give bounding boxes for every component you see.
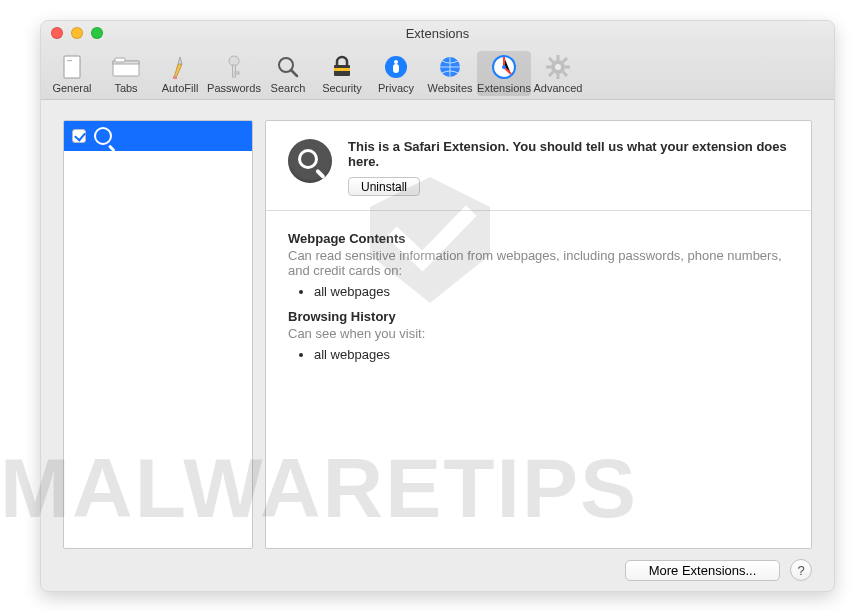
tab-websites[interactable]: Websites — [423, 51, 477, 96]
more-extensions-button[interactable]: More Extensions... — [625, 560, 780, 581]
extension-detail-panel: This is a Safari Extension. You should t… — [265, 120, 812, 549]
content-area: This is a Safari Extension. You should t… — [41, 100, 834, 591]
perm-desc-history: Can see when you visit: — [288, 326, 789, 341]
svg-rect-4 — [115, 58, 125, 62]
extension-enabled-checkbox[interactable] — [72, 129, 86, 143]
tab-label: Advanced — [531, 82, 585, 94]
tab-general[interactable]: General — [45, 51, 99, 96]
perm-item: all webpages — [314, 347, 789, 362]
svg-rect-5 — [173, 76, 177, 79]
svg-line-28 — [563, 58, 567, 62]
extension-list-item[interactable] — [64, 121, 252, 151]
tab-label: General — [45, 82, 99, 94]
perm-item: all webpages — [314, 284, 789, 299]
tab-extensions[interactable]: Extensions — [477, 51, 531, 96]
traffic-close-button[interactable] — [51, 27, 63, 39]
autofill-icon — [153, 53, 207, 81]
svg-rect-7 — [233, 65, 236, 77]
svg-rect-14 — [393, 64, 399, 73]
tab-advanced[interactable]: Advanced — [531, 51, 585, 96]
tab-security[interactable]: Security — [315, 51, 369, 96]
extension-icon — [94, 127, 112, 145]
tab-tabs[interactable]: Tabs — [99, 51, 153, 96]
svg-line-10 — [291, 70, 297, 76]
preferences-toolbar: General Tabs AutoFill Passwords — [41, 45, 834, 100]
tab-label: Tabs — [99, 82, 153, 94]
perm-heading-webpage: Webpage Contents — [288, 231, 789, 246]
svg-point-29 — [555, 64, 561, 70]
tab-label: Security — [315, 82, 369, 94]
perm-desc-webpage: Can read sensitive information from webp… — [288, 248, 789, 278]
tab-label: Passwords — [207, 82, 261, 94]
tab-search[interactable]: Search — [261, 51, 315, 96]
tab-autofill[interactable]: AutoFill — [153, 51, 207, 96]
svg-rect-1 — [67, 60, 72, 61]
svg-rect-12 — [334, 68, 350, 71]
privacy-icon — [369, 53, 423, 81]
window-title: Extensions — [41, 26, 834, 41]
svg-point-15 — [394, 60, 398, 64]
uninstall-button[interactable]: Uninstall — [348, 177, 420, 196]
traffic-zoom-button[interactable] — [91, 27, 103, 39]
search-icon — [261, 53, 315, 81]
svg-line-26 — [563, 72, 567, 76]
tab-label: Websites — [423, 82, 477, 94]
websites-icon — [423, 53, 477, 81]
extensions-sidebar — [63, 120, 253, 549]
help-button[interactable]: ? — [790, 559, 812, 581]
permissions-section: Webpage Contents Can read sensitive info… — [266, 211, 811, 386]
titlebar: Extensions — [41, 21, 834, 45]
perm-heading-history: Browsing History — [288, 309, 789, 324]
tab-label: AutoFill — [153, 82, 207, 94]
advanced-icon — [531, 53, 585, 81]
passwords-icon — [207, 53, 261, 81]
general-icon — [45, 53, 99, 81]
tab-passwords[interactable]: Passwords — [207, 51, 261, 96]
tabs-icon — [99, 53, 153, 81]
tab-privacy[interactable]: Privacy — [369, 51, 423, 96]
svg-rect-8 — [235, 72, 239, 74]
tab-label: Privacy — [369, 82, 423, 94]
extension-description: This is a Safari Extension. You should t… — [348, 139, 789, 169]
preferences-window: Extensions General Tabs AutoFill — [40, 20, 835, 592]
extension-large-icon — [288, 139, 332, 183]
tab-label: Extensions — [477, 82, 531, 94]
svg-rect-0 — [64, 56, 80, 78]
tab-label: Search — [261, 82, 315, 94]
svg-point-19 — [502, 65, 506, 69]
traffic-minimize-button[interactable] — [71, 27, 83, 39]
security-icon — [315, 53, 369, 81]
extensions-icon — [477, 53, 531, 81]
svg-line-25 — [549, 58, 553, 62]
svg-line-27 — [549, 72, 553, 76]
